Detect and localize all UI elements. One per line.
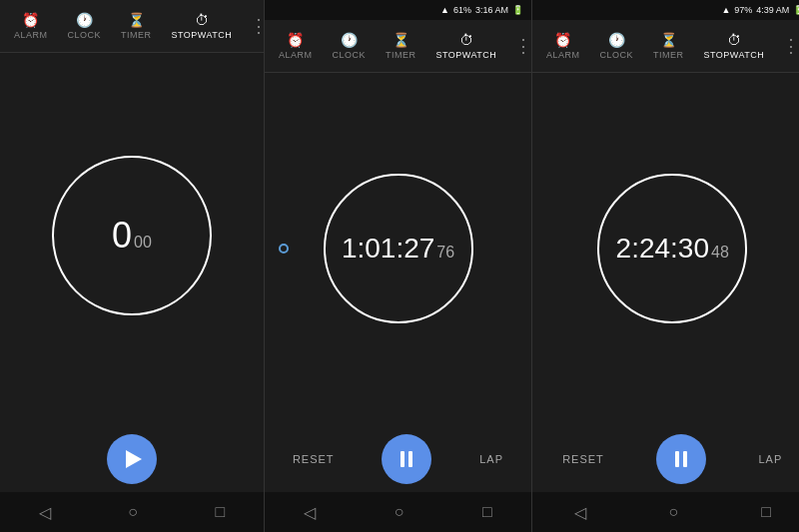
status-icons-2: ▲ 61% 3:16 AM 🔋 xyxy=(440,5,523,15)
timer-label-1: TIMER xyxy=(121,30,152,40)
pause-bar-left-2 xyxy=(400,451,404,467)
nav-stopwatch-1[interactable]: ⏱ STOPWATCH xyxy=(162,8,243,44)
back-icon-1[interactable]: ◁ xyxy=(39,503,51,522)
stopwatch-circle-1: 0 00 xyxy=(52,156,212,315)
nav-timer-3[interactable]: ⏳ TIMER xyxy=(643,28,694,64)
battery-pct-3: 97% xyxy=(734,5,752,15)
nav-clock-1[interactable]: 🕐 CLOCK xyxy=(58,8,112,44)
stopwatch-circle-3: 2:24:30 48 xyxy=(597,174,747,323)
pause-bar-right-2 xyxy=(408,451,412,467)
nav-stopwatch-2[interactable]: ⏱ STOPWATCH xyxy=(426,28,507,64)
lap-button-3[interactable]: LAP xyxy=(758,453,782,465)
app-nav-2: ⏰ ALARM 🕐 CLOCK ⏳ TIMER ⏱ STOPWATCH ⋮ xyxy=(265,20,531,72)
clock-icon-1: 🕐 xyxy=(76,12,93,28)
stopwatch-label-2: STOPWATCH xyxy=(436,50,497,60)
phone-panel-1: ⏰ ALARM 🕐 CLOCK ⏳ TIMER ⏱ STOPWATCH ⋮ 0 xyxy=(0,0,265,532)
bottom-controls-2: RESET LAP xyxy=(265,424,531,492)
clock-icon-2: 🕐 xyxy=(341,32,358,48)
stopwatch-icon-3: ⏱ xyxy=(727,32,741,48)
stopwatch-label-3: STOPWATCH xyxy=(704,50,765,60)
alarm-label-1: ALARM xyxy=(14,30,48,40)
status-bar-3: ▲ 97% 4:39 AM 🔋 xyxy=(532,0,799,20)
home-icon-1[interactable]: ○ xyxy=(128,503,138,521)
nav-clock-2[interactable]: 🕐 CLOCK xyxy=(323,28,377,64)
alarm-label-2: ALARM xyxy=(279,50,313,60)
nav-bar-1: ◁ ○ □ xyxy=(0,492,264,532)
pause-button-2[interactable] xyxy=(382,434,431,484)
square-icon-3[interactable]: □ xyxy=(761,503,771,521)
bottom-controls-1 xyxy=(0,418,264,492)
timer-icon-3: ⏳ xyxy=(660,32,677,48)
stopwatch-time-1: 0 00 xyxy=(112,215,152,257)
more-icon-3[interactable]: ⋮ xyxy=(774,35,799,57)
home-icon-3[interactable]: ○ xyxy=(669,503,679,521)
alarm-icon-1: ⏰ xyxy=(22,12,39,28)
pause-button-3[interactable] xyxy=(656,434,706,484)
home-icon-2[interactable]: ○ xyxy=(395,503,404,521)
main-content-2: 1:01:27 76 xyxy=(265,73,531,424)
nav-alarm-2[interactable]: ⏰ ALARM xyxy=(269,28,323,64)
clock-label-3: CLOCK xyxy=(600,50,634,60)
pause-icon-2 xyxy=(400,451,412,467)
square-icon-2[interactable]: □ xyxy=(482,503,492,521)
time-main-3: 2:24:30 xyxy=(616,233,709,265)
nav-stopwatch-3[interactable]: ⏱ STOPWATCH xyxy=(694,28,775,64)
time-main-1: 0 xyxy=(112,215,132,257)
phone-panel-3: ▲ 97% 4:39 AM 🔋 ⏰ ALARM 🕐 CLOCK ⏳ TIMER … xyxy=(532,0,799,532)
timer-label-3: TIMER xyxy=(653,50,684,60)
alarm-icon-3: ⏰ xyxy=(554,32,571,48)
time-3: 4:39 AM xyxy=(756,5,789,15)
pause-icon-3 xyxy=(675,451,687,467)
nav-alarm-1[interactable]: ⏰ ALARM xyxy=(4,8,58,44)
app-nav-3: ⏰ ALARM 🕐 CLOCK ⏳ TIMER ⏱ STOPWATCH ⋮ xyxy=(532,20,799,72)
bottom-controls-3: RESET LAP xyxy=(532,424,799,492)
nav-bar-3: ◁ ○ □ xyxy=(532,492,799,532)
time-sub-2: 76 xyxy=(436,244,454,262)
stopwatch-icon-2: ⏱ xyxy=(459,32,473,48)
timer-label-2: TIMER xyxy=(386,50,416,60)
pause-bar-right-3 xyxy=(683,451,687,467)
status-bar-2: ▲ 61% 3:16 AM 🔋 xyxy=(265,0,531,20)
nav-timer-2[interactable]: ⏳ TIMER xyxy=(376,28,426,64)
battery-icon-3: 🔋 xyxy=(793,5,799,15)
nav-bar-2: ◁ ○ □ xyxy=(265,492,531,532)
time-2: 3:16 AM xyxy=(475,5,508,15)
timer-icon-2: ⏳ xyxy=(393,32,409,48)
alarm-icon-2: ⏰ xyxy=(287,32,304,48)
reset-button-2[interactable]: RESET xyxy=(293,453,335,465)
battery-icon-2: 🔋 xyxy=(512,5,523,15)
clock-label-2: CLOCK xyxy=(333,50,367,60)
status-icons-3: ▲ 97% 4:39 AM 🔋 xyxy=(721,5,799,15)
nav-clock-3[interactable]: 🕐 CLOCK xyxy=(590,28,644,64)
clock-label-1: CLOCK xyxy=(68,30,102,40)
stopwatch-icon-1: ⏱ xyxy=(195,12,209,28)
main-content-1: 0 00 xyxy=(0,53,264,418)
lap-button-2[interactable]: LAP xyxy=(479,453,503,465)
stopwatch-circle-2: 1:01:27 76 xyxy=(324,174,473,323)
reset-button-3[interactable]: RESET xyxy=(562,453,604,465)
time-sub-3: 48 xyxy=(711,244,729,262)
time-sub-1: 00 xyxy=(134,234,152,252)
alarm-label-3: ALARM xyxy=(546,50,580,60)
timer-icon-1: ⏳ xyxy=(128,12,145,28)
play-button-1[interactable] xyxy=(107,434,157,484)
back-icon-2[interactable]: ◁ xyxy=(304,503,316,522)
nav-alarm-3[interactable]: ⏰ ALARM xyxy=(536,28,590,64)
signal-icon-2: ▲ xyxy=(440,5,449,15)
stopwatch-time-2: 1:01:27 76 xyxy=(342,233,454,265)
play-icon-1 xyxy=(126,450,142,468)
blue-dot-2 xyxy=(279,244,289,254)
main-content-3: 2:24:30 48 xyxy=(532,73,799,424)
signal-icon-3: ▲ xyxy=(721,5,730,15)
square-icon-1[interactable]: □ xyxy=(216,503,226,521)
clock-icon-3: 🕐 xyxy=(608,32,625,48)
stopwatch-label-1: STOPWATCH xyxy=(172,30,233,40)
nav-timer-1[interactable]: ⏳ TIMER xyxy=(111,8,162,44)
app-nav-1: ⏰ ALARM 🕐 CLOCK ⏳ TIMER ⏱ STOPWATCH ⋮ xyxy=(0,0,264,52)
back-icon-3[interactable]: ◁ xyxy=(574,503,586,522)
pause-bar-left-3 xyxy=(675,451,679,467)
stopwatch-time-3: 2:24:30 48 xyxy=(616,233,729,265)
battery-pct-2: 61% xyxy=(453,5,471,15)
time-main-2: 1:01:27 xyxy=(342,233,434,265)
phone-panel-2: ▲ 61% 3:16 AM 🔋 ⏰ ALARM 🕐 CLOCK ⏳ TIMER … xyxy=(265,0,532,532)
